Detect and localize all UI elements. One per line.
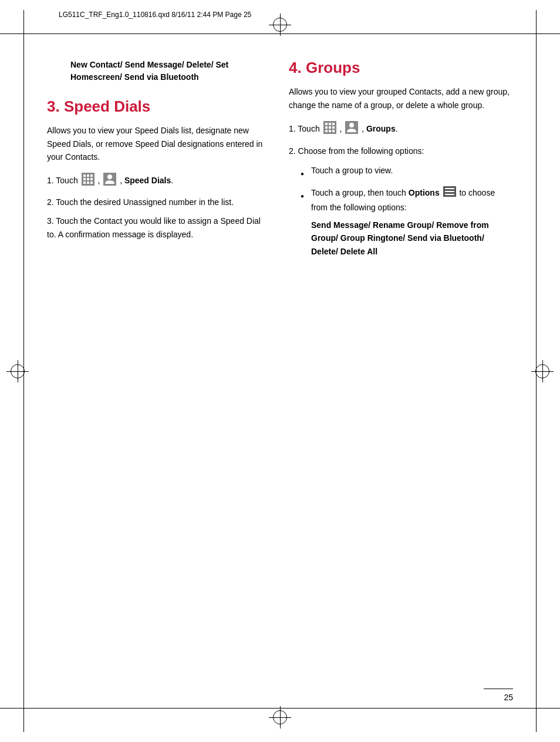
svg-rect-4: [83, 178, 86, 180]
svg-rect-25: [445, 188, 454, 189]
section-4: 4. Groups Allows you to view your groupe…: [289, 59, 513, 258]
step-4-1-suffix: , Groups.: [362, 124, 397, 133]
right-column: 4. Groups Allows you to view your groupe…: [289, 47, 513, 695]
crop-mark: [537, 708, 560, 709]
registration-mark-top: [273, 18, 287, 32]
svg-rect-5: [87, 178, 89, 180]
bullet-dot-1: [301, 166, 311, 179]
step-1: 1. Touch: [47, 173, 271, 189]
crop-mark: [23, 10, 24, 33]
step-2-text: Touch the desired Unassigned number in t…: [56, 197, 234, 207]
registration-mark-bottom: [273, 710, 287, 724]
person-icon-2: [345, 121, 358, 137]
crop-mark: [0, 33, 23, 34]
section-3: 3. Speed Dials Allows you to view your S…: [47, 98, 271, 241]
content-area: New Contact/ Send Message/ Delete/ Set H…: [47, 47, 513, 695]
svg-point-23: [349, 123, 354, 127]
step-1-suffix: , Speed Dials.: [120, 176, 173, 185]
bullet-list: Touch a group to view. Touch a group, th…: [301, 164, 513, 258]
svg-rect-16: [325, 126, 328, 129]
step-3: 3. Touch the Contact you would like to a…: [47, 214, 271, 241]
intro-text: New Contact/ Send Message/ Delete/ Set H…: [47, 59, 271, 83]
step-4-2: 2. Choose from the following options:: [289, 145, 513, 157]
step-4-1: 1. Touch: [289, 121, 513, 137]
svg-rect-2: [87, 174, 89, 177]
sub-options: Send Message/ Rename Group/ Remove from …: [311, 219, 513, 258]
step-3-text: Touch the Contact you would like to assi…: [47, 216, 261, 239]
svg-point-11: [107, 174, 112, 179]
left-column: New Contact/ Send Message/ Delete/ Set H…: [47, 47, 271, 695]
bullet-text-2: Touch a group, then touch Options to cho…: [311, 186, 513, 258]
bullet-item-2: Touch a group, then touch Options to cho…: [301, 186, 513, 258]
options-icon: [443, 186, 456, 200]
step-1-prefix: 1. Touch: [47, 176, 80, 185]
svg-rect-20: [329, 130, 331, 132]
svg-rect-7: [83, 182, 86, 184]
grid-icon-2: [323, 121, 336, 137]
step-4-1-comma1: ,: [339, 124, 344, 133]
page-line: [484, 689, 513, 689]
registration-mark-left: [11, 364, 25, 378]
page-number: 25: [504, 693, 513, 702]
bullet-item-1: Touch a group to view.: [301, 164, 513, 179]
grid-icon: [82, 173, 95, 189]
step-2: 2. Touch the desired Unassigned number i…: [47, 196, 271, 209]
svg-rect-6: [90, 178, 93, 180]
header-text: LG511C_TRF_Eng1.0_110816.qxd 8/16/11 2:4…: [59, 11, 501, 19]
section-4-body: Allows you to view your grouped Contacts…: [289, 85, 513, 112]
step-4-1-prefix: 1. Touch: [289, 124, 322, 133]
step-1-content: 1. Touch: [47, 173, 271, 189]
step-3-label: 3.: [47, 216, 56, 226]
registration-mark-right: [535, 364, 549, 378]
crop-mark: [537, 33, 560, 34]
svg-rect-1: [83, 174, 86, 177]
crop-mark: [536, 709, 537, 732]
section-4-heading: 4. Groups: [289, 59, 513, 77]
svg-rect-3: [90, 174, 93, 177]
svg-rect-21: [332, 130, 335, 132]
step-2-content: 2. Touch the desired Unassigned number i…: [47, 196, 271, 209]
step-3-content: 3. Touch the Contact you would like to a…: [47, 214, 271, 241]
step-4-2-content: 2. Choose from the following options:: [289, 145, 513, 157]
bullet-dot-2: [301, 189, 311, 202]
section-3-heading: 3. Speed Dials: [47, 98, 271, 116]
svg-rect-14: [329, 123, 331, 125]
crop-mark: [536, 10, 537, 33]
svg-rect-8: [87, 182, 89, 184]
bullet-text-1: Touch a group to view.: [311, 164, 513, 177]
svg-rect-17: [329, 126, 331, 129]
svg-rect-18: [332, 126, 335, 129]
step-1-comma: ,: [97, 176, 102, 185]
svg-rect-26: [445, 191, 454, 192]
svg-rect-19: [325, 130, 328, 132]
crop-mark: [0, 708, 23, 709]
step-2-label: 2.: [47, 197, 56, 207]
svg-rect-9: [90, 182, 93, 184]
bullet-2-prefix: Touch a group, then touch Options: [311, 188, 442, 197]
svg-rect-13: [325, 123, 328, 125]
svg-rect-15: [332, 123, 335, 125]
step-4-2-label: 2. Choose from the following options:: [289, 146, 424, 156]
svg-rect-27: [445, 194, 454, 195]
person-icon: [103, 173, 116, 189]
section-3-body: Allows you to view your Speed Dials list…: [47, 124, 271, 163]
crop-mark: [23, 709, 24, 732]
step-4-1-content: 1. Touch: [289, 121, 513, 137]
